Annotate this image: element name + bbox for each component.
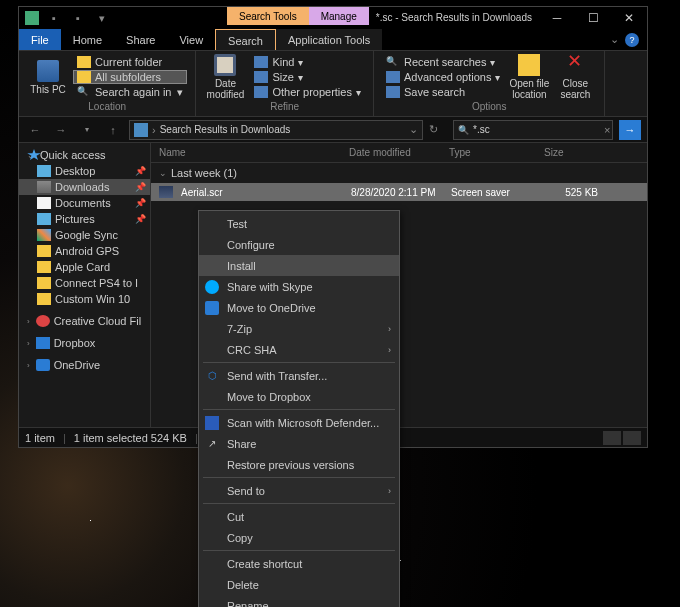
- history-dropdown[interactable]: ▾: [77, 120, 97, 140]
- size-button[interactable]: Size ▾: [250, 70, 364, 84]
- chevron-down-icon[interactable]: ⌄: [409, 123, 418, 136]
- menu-item-share[interactable]: ↗Share: [199, 433, 399, 454]
- file-type: Screen saver: [447, 187, 542, 198]
- menu-item-move-to-onedrive[interactable]: Move to OneDrive: [199, 297, 399, 318]
- view-details-button[interactable]: [603, 431, 621, 445]
- search-input[interactable]: [473, 124, 600, 135]
- ribbon: This PC Current folder All subfolders Se…: [19, 51, 647, 117]
- sidebar-item-connect-ps4-to-i[interactable]: Connect PS4 to I: [19, 275, 150, 291]
- search-again-button[interactable]: Search again in▾: [73, 85, 187, 100]
- file-row[interactable]: Aerial.scr 8/28/2020 2:11 PM Screen save…: [151, 183, 647, 201]
- ribbon-tabs: File Home Share View Search Application …: [19, 29, 647, 51]
- column-header-size[interactable]: Size: [536, 147, 596, 158]
- search-icon: 🔍: [458, 125, 469, 135]
- sidebar-item-dropbox[interactable]: ›Dropbox: [19, 335, 150, 351]
- pin-icon: 📌: [135, 166, 146, 176]
- tab-search[interactable]: Search: [215, 29, 276, 50]
- sidebar-item-onedrive[interactable]: ›OneDrive: [19, 357, 150, 373]
- column-header-type[interactable]: Type: [441, 147, 536, 158]
- all-subfolders-button[interactable]: All subfolders: [73, 70, 187, 84]
- view-large-button[interactable]: [623, 431, 641, 445]
- screensaver-icon: [159, 186, 173, 198]
- kind-button[interactable]: Kind ▾: [250, 55, 364, 69]
- menu-item-move-to-dropbox[interactable]: Move to Dropbox: [199, 386, 399, 407]
- sidebar-item-custom-win-10[interactable]: Custom Win 10: [19, 291, 150, 307]
- back-button[interactable]: ←: [25, 120, 45, 140]
- sidebar-item-downloads[interactable]: Downloads📌: [19, 179, 150, 195]
- tab-share[interactable]: Share: [114, 29, 167, 50]
- menu-item-crc-sha[interactable]: CRC SHA›: [199, 339, 399, 360]
- up-button[interactable]: ↑: [103, 120, 123, 140]
- folder-icon: [77, 71, 91, 83]
- open-file-location-button[interactable]: Open file location: [508, 53, 550, 101]
- chevron-right-icon: ›: [388, 345, 391, 355]
- help-icon[interactable]: ?: [625, 33, 639, 47]
- maximize-button[interactable]: ☐: [575, 7, 611, 29]
- tab-view[interactable]: View: [167, 29, 215, 50]
- group-header[interactable]: ⌄ Last week (1): [151, 163, 647, 183]
- breadcrumb-text: Search Results in Downloads: [160, 124, 291, 135]
- qat-button[interactable]: ▪: [69, 12, 87, 24]
- folder-icon: [37, 245, 51, 257]
- qat-dropdown[interactable]: ▾: [93, 12, 111, 25]
- tab-application-tools[interactable]: Application Tools: [276, 29, 382, 50]
- sidebar-item-documents[interactable]: Documents📌: [19, 195, 150, 211]
- file-date: 8/28/2020 2:11 PM: [347, 187, 447, 198]
- down-icon: [37, 181, 51, 193]
- clear-search-icon[interactable]: ×: [604, 124, 610, 136]
- sidebar-item-android-gps[interactable]: Android GPS: [19, 243, 150, 259]
- app-icon: [25, 11, 39, 25]
- menu-item-restore-previous-versions[interactable]: Restore previous versions: [199, 454, 399, 475]
- context-tab-manage[interactable]: Manage: [309, 7, 369, 25]
- this-pc-button[interactable]: This PC: [27, 53, 69, 101]
- sidebar-item-creative-cloud[interactable]: ›Creative Cloud Fil: [19, 313, 150, 329]
- group-label-refine: Refine: [204, 101, 364, 114]
- context-menu: TestConfigureInstallShare with SkypeMove…: [198, 210, 400, 607]
- navigation-pane: ⌄ Quick access Desktop📌Downloads📌Documen…: [19, 143, 151, 427]
- minimize-button[interactable]: ─: [539, 7, 575, 29]
- save-search-button[interactable]: Save search: [382, 85, 504, 99]
- column-header-date[interactable]: Date modified: [341, 147, 441, 158]
- menu-item-send-to[interactable]: Send to›: [199, 480, 399, 501]
- sidebar-item-pictures[interactable]: Pictures📌: [19, 211, 150, 227]
- save-icon: [386, 86, 400, 98]
- refresh-button[interactable]: ↻: [429, 123, 447, 136]
- qat-button[interactable]: ▪: [45, 12, 63, 24]
- column-header-name[interactable]: Name: [151, 147, 341, 158]
- menu-item-share-with-skype[interactable]: Share with Skype: [199, 276, 399, 297]
- menu-item-cut[interactable]: Cut: [199, 506, 399, 527]
- menu-item-create-shortcut[interactable]: Create shortcut: [199, 553, 399, 574]
- sidebar-item-apple-card[interactable]: Apple Card: [19, 259, 150, 275]
- current-folder-button[interactable]: Current folder: [73, 55, 187, 69]
- tab-home[interactable]: Home: [61, 29, 114, 50]
- tab-file[interactable]: File: [19, 29, 61, 50]
- quick-access[interactable]: ⌄ Quick access: [19, 147, 150, 163]
- sidebar-item-google-sync[interactable]: Google Sync: [19, 227, 150, 243]
- chevron-down-icon: ⌄: [159, 168, 167, 178]
- menu-item-7-zip[interactable]: 7-Zip›: [199, 318, 399, 339]
- sidebar-item-desktop[interactable]: Desktop📌: [19, 163, 150, 179]
- search-box[interactable]: 🔍 ×: [453, 120, 613, 140]
- menu-item-install[interactable]: Install: [199, 255, 399, 276]
- recent-searches-button[interactable]: Recent searches ▾: [382, 55, 504, 69]
- pin-icon: 📌: [135, 214, 146, 224]
- title-bar[interactable]: ▪ ▪ ▾ Search Tools Manage *.sc - Search …: [19, 7, 647, 29]
- collapse-ribbon-icon[interactable]: ⌄: [610, 33, 619, 46]
- search-go-button[interactable]: →: [619, 120, 641, 140]
- forward-button[interactable]: →: [51, 120, 71, 140]
- menu-item-configure[interactable]: Configure: [199, 234, 399, 255]
- menu-item-send-with-transfer-[interactable]: ⬡Send with Transfer...: [199, 365, 399, 386]
- menu-item-rename[interactable]: Rename: [199, 595, 399, 607]
- advanced-options-button[interactable]: Advanced options ▾: [382, 70, 504, 84]
- context-tab-search-tools[interactable]: Search Tools: [227, 7, 309, 25]
- close-search-button[interactable]: Close search: [554, 53, 596, 101]
- other-properties-button[interactable]: Other properties ▾: [250, 85, 364, 99]
- menu-item-delete[interactable]: Delete: [199, 574, 399, 595]
- breadcrumb[interactable]: › Search Results in Downloads ⌄: [129, 120, 423, 140]
- close-button[interactable]: ✕: [611, 7, 647, 29]
- menu-item-copy[interactable]: Copy: [199, 527, 399, 548]
- folder-icon: [77, 56, 91, 68]
- date-modified-button[interactable]: Date modified: [204, 53, 246, 101]
- menu-item-scan-with-microsoft-defender-[interactable]: Scan with Microsoft Defender...: [199, 412, 399, 433]
- menu-item-test[interactable]: Test: [199, 213, 399, 234]
